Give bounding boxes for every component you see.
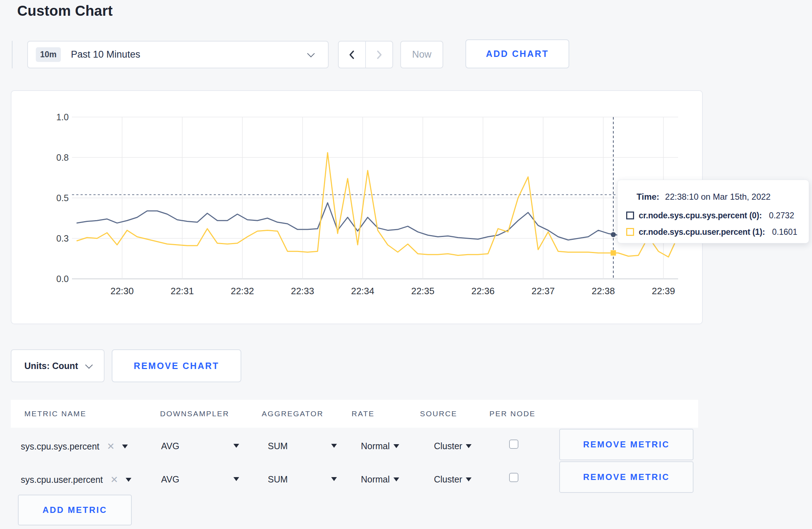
crosshair-marker-sys [611,232,616,237]
remove-chart-button[interactable]: REMOVE CHART [112,349,241,382]
dropdown-arrow-icon[interactable] [331,444,337,448]
col-header-per-node: PER NODE [489,409,536,418]
x-axis-label: 22:30 [110,286,134,296]
tooltip-series-row: cr.node.sys.cpu.user.percent (1): 0.1601 [626,224,809,240]
tooltip-time-value: 22:38:10 on Mar 15th, 2022 [665,192,771,202]
chevron-down-icon [307,50,315,57]
dropdown-arrow-icon[interactable] [233,477,239,481]
chevron-right-icon [375,49,383,60]
series-swatch-user [626,228,634,236]
tooltip-series-name: cr.node.sys.cpu.user.percent (1): [639,227,765,237]
units-label: Units: Count [24,361,78,371]
series-swatch-sys [626,212,634,219]
series-line-sys [77,203,678,240]
x-axis-label: 22:34 [351,286,374,296]
dropdown-arrow-icon [393,477,399,481]
dropdown-arrow-icon [393,444,399,448]
crosshair-marker-user [611,250,616,256]
x-axis-label: 22:35 [411,286,434,296]
dropdown-arrow-icon [466,444,472,448]
x-axis-label: 22:38 [591,286,615,296]
aggregator-select[interactable]: SUM [268,474,288,485]
series-line-user [77,152,678,257]
dropdown-arrow-icon [122,445,128,448]
time-range-select[interactable]: 10m Past 10 Minutes [27,41,329,68]
dropdown-arrow-icon [126,478,131,482]
col-header-metric-name: METRIC NAME [24,409,86,418]
downsampler-select[interactable]: AVG [161,441,179,451]
tooltip-series-value: 0.1601 [772,227,797,237]
add-chart-button[interactable]: ADD CHART [465,39,569,68]
x-axis-label: 22:31 [170,286,194,296]
toolbar-left-rule [12,41,13,68]
time-range-badge: 10m [36,47,61,62]
page-title: Custom Chart [17,3,113,19]
y-axis-label: 0.0 [56,274,69,284]
x-axis-label: 22:36 [471,286,494,296]
tooltip-series-row: cr.node.sys.cpu.sys.percent (0): 0.2732 [626,207,809,224]
rate-select[interactable]: Normal [361,441,399,451]
dropdown-arrow-icon [466,477,472,481]
tooltip-time-row: Time: 22:38:10 on Mar 15th, 2022 [626,189,809,205]
tooltip-series-name: cr.node.sys.cpu.sys.percent (0): [639,211,762,220]
time-nav-group [338,41,393,68]
dropdown-arrow-icon[interactable] [233,444,239,448]
y-axis-label: 0.3 [56,233,69,243]
chart-tooltip: Time: 22:38:10 on Mar 15th, 2022 cr.node… [617,180,809,243]
add-metric-button[interactable]: ADD METRIC [18,495,132,525]
y-axis-label: 1.0 [56,112,69,122]
per-node-checkbox[interactable] [509,473,518,482]
metric-name-select[interactable]: sys.cpu.user.percent ✕ [21,474,131,485]
time-next-button[interactable] [366,42,392,68]
remove-metric-button[interactable]: REMOVE METRIC [559,429,693,460]
tooltip-series-value: 0.2732 [769,211,794,220]
rate-select[interactable]: Normal [361,474,399,485]
clear-metric-icon[interactable]: ✕ [107,441,115,452]
time-range-label: Past 10 Minutes [71,49,140,60]
chevron-left-icon [348,49,356,60]
metric-name: sys.cpu.sys.percent [21,441,100,452]
downsampler-select[interactable]: AVG [161,474,179,485]
line-chart[interactable]: 0.00.30.50.81.022:3022:3122:3222:3322:34… [11,91,702,324]
col-header-source: SOURCE [420,409,457,418]
clear-metric-icon[interactable]: ✕ [110,474,118,485]
y-axis-label: 0.8 [56,152,69,162]
x-axis-label: 22:33 [291,286,314,296]
x-axis-label: 22:39 [652,286,675,296]
x-axis-label: 22:32 [231,286,254,296]
remove-metric-button[interactable]: REMOVE METRIC [559,461,693,493]
col-header-rate: RATE [352,409,374,418]
per-node-checkbox[interactable] [509,440,518,449]
y-axis-label: 0.5 [56,193,69,203]
metrics-table-header: METRIC NAME DOWNSAMPLER AGGREGATOR RATE … [11,400,698,428]
source-select[interactable]: Cluster [434,474,472,485]
source-select[interactable]: Cluster [434,441,472,451]
aggregator-select[interactable]: SUM [268,441,288,451]
chart-card: 0.00.30.50.81.022:3022:3122:3222:3322:34… [11,90,703,324]
col-header-aggregator: AGGREGATOR [262,409,324,418]
metric-name-select[interactable]: sys.cpu.sys.percent ✕ [21,441,128,452]
metric-name: sys.cpu.user.percent [21,475,103,485]
tooltip-time-label: Time: [637,192,659,202]
units-select[interactable]: Units: Count [11,349,105,382]
col-header-downsampler: DOWNSAMPLER [160,409,229,418]
x-axis-label: 22:37 [531,286,555,296]
now-button[interactable]: Now [400,41,443,68]
time-prev-button[interactable] [339,42,366,68]
chevron-down-icon [85,361,93,369]
dropdown-arrow-icon[interactable] [331,477,337,481]
